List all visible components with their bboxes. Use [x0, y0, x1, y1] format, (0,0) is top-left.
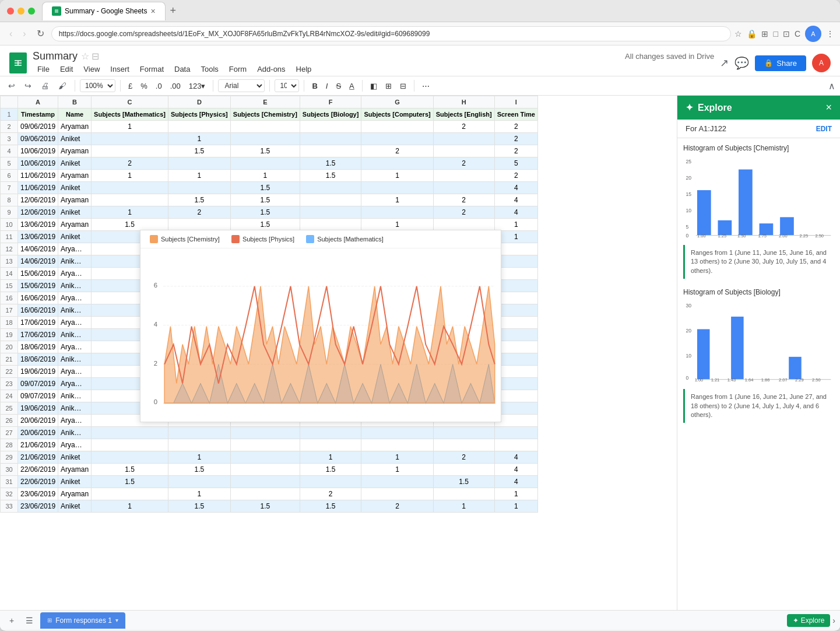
active-tab[interactable]: Summary - Google Sheets × [42, 2, 166, 20]
sheets-list-button[interactable]: ☰ [21, 614, 38, 628]
explore-edit-button[interactable]: EDIT [816, 125, 832, 133]
cell-g-8[interactable]: 1 [361, 194, 433, 206]
cell-b-16[interactable]: Arya… [58, 292, 92, 304]
cell-b-10[interactable]: Aryaman [58, 219, 92, 231]
cell-a-24[interactable]: 09/07/2019 [18, 390, 58, 402]
cell-i-29[interactable]: 4 [494, 451, 537, 464]
cell-g-7[interactable] [361, 182, 433, 194]
cell-e-27[interactable] [230, 427, 300, 439]
row-num-10[interactable]: 10 [1, 219, 18, 231]
cell-b-11[interactable]: Aniket [58, 231, 92, 243]
cell-h-6[interactable] [433, 170, 494, 182]
cell-e-30[interactable] [230, 464, 300, 476]
italic-button[interactable]: I [323, 80, 331, 92]
col-header-h[interactable]: H [433, 96, 494, 108]
cell-h-8[interactable]: 2 [433, 194, 494, 206]
user-app-avatar[interactable]: A [812, 54, 831, 72]
cell-d-27[interactable] [168, 427, 230, 439]
cell-b-22[interactable]: Arya… [58, 366, 92, 378]
close-window-button[interactable] [7, 8, 14, 15]
cell-b-9[interactable]: Aniket [58, 206, 92, 219]
cell-i-10[interactable]: 1 [494, 219, 537, 231]
cell-a-20[interactable]: 18/06/2019 [18, 341, 58, 353]
cell-a-21[interactable]: 18/06/2019 [18, 353, 58, 366]
add-sheet-button[interactable]: + [5, 614, 19, 628]
cell-b-33[interactable]: Aniket [58, 500, 92, 513]
cell-f-27[interactable] [300, 427, 361, 439]
cell-b-3[interactable]: Aniket [58, 133, 92, 145]
cell-a-32[interactable]: 23/06/2019 [18, 488, 58, 500]
format-number-button[interactable]: 123▾ [186, 80, 209, 92]
cell-e-3[interactable] [230, 133, 300, 145]
cell-b-30[interactable]: Aryaman [58, 464, 92, 476]
row-num-7[interactable]: 7 [1, 182, 18, 194]
zoom-select[interactable]: 100% [80, 79, 115, 92]
cell-a-30[interactable]: 22/06/2019 [18, 464, 58, 476]
cell-f-3[interactable] [300, 133, 361, 145]
cell-b-20[interactable]: Arya… [58, 341, 92, 353]
cell-e-31[interactable] [230, 476, 300, 488]
row-num-9[interactable]: 9 [1, 206, 18, 219]
cell-a-17[interactable]: 16/06/2019 [18, 304, 58, 317]
col-header-c[interactable]: C [92, 96, 168, 108]
cell-f-29[interactable]: 1 [300, 451, 361, 464]
cell-f-10[interactable] [300, 219, 361, 231]
row-num-33[interactable]: 33 [1, 500, 18, 513]
panel-collapse-button[interactable]: › [832, 616, 835, 625]
cell-d-32[interactable]: 1 [168, 488, 230, 500]
cell-a-3[interactable]: 09/06/2019 [18, 133, 58, 145]
cell-g1[interactable]: Subjects [Computers] [361, 108, 433, 121]
cell-i-4[interactable]: 2 [494, 145, 537, 157]
screenshot-icon[interactable]: □ [773, 29, 778, 38]
cell-c-32[interactable] [92, 488, 168, 500]
cell-g-32[interactable] [361, 488, 433, 500]
redo-button[interactable]: ↪ [21, 79, 35, 93]
row-num-13[interactable]: 13 [1, 255, 18, 268]
menu-edit[interactable]: Edit [55, 62, 78, 76]
menu-help[interactable]: Help [291, 62, 317, 76]
row-num-26[interactable]: 26 [1, 415, 18, 427]
cell-b-6[interactable]: Aryaman [58, 170, 92, 182]
tab-close-icon[interactable]: × [150, 6, 155, 16]
row-num-3[interactable]: 3 [1, 133, 18, 145]
cell-h-30[interactable] [433, 464, 494, 476]
menu-view[interactable]: View [79, 62, 104, 76]
cell-a-16[interactable]: 16/06/2019 [18, 292, 58, 304]
row-num-18[interactable]: 18 [1, 317, 18, 329]
cell-b-26[interactable]: Arya… [58, 415, 92, 427]
merge-cells-button[interactable]: ⊟ [397, 80, 409, 92]
cell-e-29[interactable] [230, 451, 300, 464]
cell-a-6[interactable]: 11/06/2019 [18, 170, 58, 182]
sheet-tab-dropdown-icon[interactable]: ▾ [115, 617, 118, 623]
cell-a-33[interactable]: 23/06/2019 [18, 500, 58, 513]
cell-h-7[interactable] [433, 182, 494, 194]
cell-i-7[interactable]: 4 [494, 182, 537, 194]
cell-h-4[interactable] [433, 145, 494, 157]
cell-e-33[interactable]: 1.5 [230, 500, 300, 513]
security-icon[interactable]: 🔒 [747, 29, 757, 38]
strikethrough-button[interactable]: S [333, 80, 344, 92]
cell-h-27[interactable] [433, 427, 494, 439]
undo-button[interactable]: ↩ [5, 79, 19, 93]
star-icon[interactable]: ☆ [81, 51, 89, 62]
cell-d-33[interactable]: 1.5 [168, 500, 230, 513]
menu-file[interactable]: File [33, 62, 54, 76]
col-header-g[interactable]: G [361, 96, 433, 108]
cell-g-28[interactable] [361, 439, 433, 451]
cell-i-8[interactable]: 4 [494, 194, 537, 206]
cell-f-31[interactable] [300, 476, 361, 488]
cell-i-30[interactable]: 4 [494, 464, 537, 476]
cell-a-26[interactable]: 20/06/2019 [18, 415, 58, 427]
cell-d-7[interactable] [168, 182, 230, 194]
cell-c-28[interactable] [92, 439, 168, 451]
cell-d-6[interactable]: 1 [168, 170, 230, 182]
cell-f-7[interactable] [300, 182, 361, 194]
cell-e-2[interactable] [230, 121, 300, 133]
cell-c-29[interactable] [92, 451, 168, 464]
cell-d-3[interactable]: 1 [168, 133, 230, 145]
currency-button[interactable]: £ [125, 80, 135, 92]
cell-e-6[interactable]: 1 [230, 170, 300, 182]
cell-b-2[interactable]: Aryaman [58, 121, 92, 133]
cell-e1[interactable]: Subjects [Chemistry] [230, 108, 300, 121]
share-button[interactable]: 🔒 Share [755, 55, 806, 71]
